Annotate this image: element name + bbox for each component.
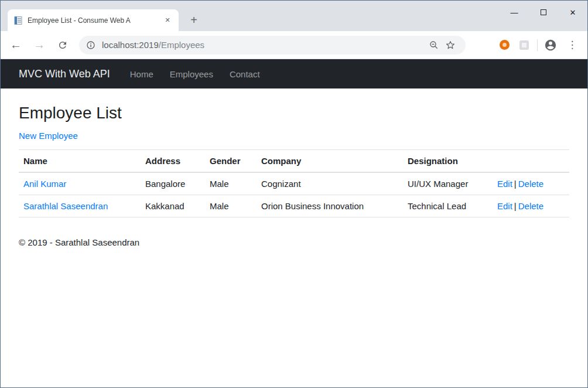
table-row: Anil Kumar Bangalore Male Cognizant UI/U… — [19, 172, 569, 195]
nav-link-employees[interactable]: Employees — [162, 69, 221, 79]
actions-separator: | — [514, 179, 517, 189]
page-info-icon[interactable] — [86, 40, 95, 50]
extension-button-2[interactable] — [514, 35, 534, 55]
new-employee-link[interactable]: New Employee — [19, 131, 78, 141]
tab-title: Employee List - Consume Web A — [28, 16, 162, 25]
forward-button[interactable]: → — [29, 35, 49, 55]
main-content: Employee List New Employee Name Address … — [19, 89, 569, 387]
nav-link-home[interactable]: Home — [122, 69, 162, 79]
header-address: Address — [141, 150, 205, 173]
delete-link[interactable]: Delete — [518, 201, 543, 211]
employee-table: Name Address Gender Company Designation … — [19, 149, 569, 217]
cell-address: Kakkanad — [141, 195, 205, 217]
edit-link[interactable]: Edit — [497, 179, 512, 189]
address-bar[interactable]: localhost:2019/Employees — [79, 36, 466, 55]
actions-separator: | — [514, 201, 517, 211]
close-button[interactable]: ✕ — [558, 1, 587, 24]
tab-favicon-icon — [13, 16, 23, 25]
toolbar-separator — [537, 39, 538, 51]
browser-window: Employee List - Consume Web A ✕ + — ✕ ← … — [0, 0, 588, 388]
refresh-button[interactable] — [53, 35, 73, 55]
header-actions — [493, 150, 569, 173]
omnibox-right-icons — [426, 37, 459, 53]
navbar-brand[interactable]: MVC With Web API — [19, 68, 110, 80]
cell-actions: Edit|Delete — [493, 172, 569, 195]
edit-link[interactable]: Edit — [497, 201, 512, 211]
page-title: Employee List — [19, 104, 569, 122]
cell-company: Cognizant — [257, 172, 403, 195]
star-icon — [445, 40, 456, 50]
site-navbar: MVC With Web API Home Employees Contact — [1, 59, 587, 89]
cell-gender: Male — [205, 172, 257, 195]
cell-designation: UI/UX Manager — [403, 172, 493, 195]
avatar-icon — [544, 39, 557, 52]
url-text[interactable]: localhost:2019/Employees — [102, 40, 204, 50]
maximize-button[interactable] — [529, 1, 558, 24]
page-viewport: MVC With Web API Home Employees Contact … — [1, 59, 587, 387]
bookmark-button[interactable] — [442, 37, 459, 53]
header-company: Company — [257, 150, 403, 173]
table-row: Sarathlal Saseendran Kakkanad Male Orion… — [19, 195, 569, 217]
toolbar-right-icons: ⋮ — [494, 35, 584, 55]
zoom-icon — [429, 40, 439, 50]
cell-actions: Edit|Delete — [493, 195, 569, 217]
extension-button-1[interactable] — [494, 35, 514, 55]
gray-extension-icon — [519, 40, 529, 50]
tab-close-icon[interactable]: ✕ — [162, 15, 173, 26]
url-host: localhost:2019 — [102, 40, 159, 50]
cell-gender: Male — [205, 195, 257, 217]
new-tab-button[interactable]: + — [186, 12, 202, 28]
cell-designation: Technical Lead — [403, 195, 493, 217]
browser-toolbar: ← → localhost:2019/Employees — [1, 31, 587, 59]
back-button[interactable]: ← — [6, 35, 26, 55]
zoom-button[interactable] — [426, 37, 442, 53]
table-header-row: Name Address Gender Company Designation — [19, 150, 569, 173]
employee-name-link[interactable]: Anil Kumar — [23, 179, 66, 189]
maximize-icon — [541, 9, 546, 15]
delete-link[interactable]: Delete — [518, 179, 543, 189]
browser-menu-button[interactable]: ⋮ — [562, 35, 582, 55]
employee-name-link[interactable]: Sarathlal Saseendran — [23, 201, 108, 211]
profile-button[interactable] — [541, 35, 560, 55]
header-name: Name — [19, 150, 141, 173]
header-gender: Gender — [205, 150, 257, 173]
minimize-button[interactable]: — — [500, 1, 529, 24]
refresh-icon — [57, 40, 68, 50]
footer-copyright: © 2019 - Sarathlal Saseendran — [19, 237, 569, 247]
cell-company: Orion Business Innovation — [257, 195, 403, 217]
titlebar: Employee List - Consume Web A ✕ + — ✕ — [1, 1, 587, 31]
browser-tab[interactable]: Employee List - Consume Web A ✕ — [8, 9, 179, 31]
orange-extension-icon — [500, 40, 510, 50]
header-designation: Designation — [403, 150, 493, 173]
window-controls: — ✕ — [500, 1, 587, 24]
cell-address: Bangalore — [141, 172, 205, 195]
url-path: /Employees — [159, 40, 204, 50]
navbar-links: Home Employees Contact — [122, 69, 268, 79]
nav-link-contact[interactable]: Contact — [221, 69, 268, 79]
